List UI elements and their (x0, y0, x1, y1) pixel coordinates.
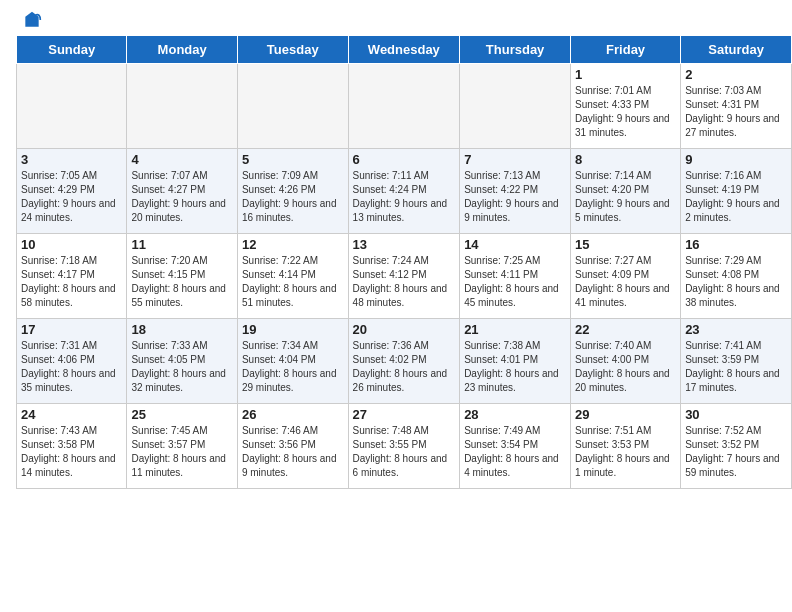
day-header-wednesday: Wednesday (348, 36, 460, 64)
calendar-week-4: 17Sunrise: 7:31 AM Sunset: 4:06 PM Dayli… (17, 319, 792, 404)
page-header (0, 0, 792, 35)
day-info: Sunrise: 7:03 AM Sunset: 4:31 PM Dayligh… (685, 84, 787, 140)
calendar-cell: 27Sunrise: 7:48 AM Sunset: 3:55 PM Dayli… (348, 404, 460, 489)
day-number: 29 (575, 407, 676, 422)
calendar-cell: 17Sunrise: 7:31 AM Sunset: 4:06 PM Dayli… (17, 319, 127, 404)
calendar-cell (237, 64, 348, 149)
day-info: Sunrise: 7:05 AM Sunset: 4:29 PM Dayligh… (21, 169, 122, 225)
day-info: Sunrise: 7:38 AM Sunset: 4:01 PM Dayligh… (464, 339, 566, 395)
day-header-thursday: Thursday (460, 36, 571, 64)
calendar-cell: 22Sunrise: 7:40 AM Sunset: 4:00 PM Dayli… (571, 319, 681, 404)
calendar-cell: 20Sunrise: 7:36 AM Sunset: 4:02 PM Dayli… (348, 319, 460, 404)
day-number: 26 (242, 407, 344, 422)
calendar-week-2: 3Sunrise: 7:05 AM Sunset: 4:29 PM Daylig… (17, 149, 792, 234)
calendar-cell: 18Sunrise: 7:33 AM Sunset: 4:05 PM Dayli… (127, 319, 238, 404)
day-info: Sunrise: 7:33 AM Sunset: 4:05 PM Dayligh… (131, 339, 233, 395)
day-header-friday: Friday (571, 36, 681, 64)
calendar-table: SundayMondayTuesdayWednesdayThursdayFrid… (16, 35, 792, 489)
day-info: Sunrise: 7:41 AM Sunset: 3:59 PM Dayligh… (685, 339, 787, 395)
calendar-cell: 24Sunrise: 7:43 AM Sunset: 3:58 PM Dayli… (17, 404, 127, 489)
calendar-cell: 7Sunrise: 7:13 AM Sunset: 4:22 PM Daylig… (460, 149, 571, 234)
day-number: 12 (242, 237, 344, 252)
day-number: 2 (685, 67, 787, 82)
day-info: Sunrise: 7:18 AM Sunset: 4:17 PM Dayligh… (21, 254, 122, 310)
day-number: 25 (131, 407, 233, 422)
calendar-cell: 28Sunrise: 7:49 AM Sunset: 3:54 PM Dayli… (460, 404, 571, 489)
day-number: 16 (685, 237, 787, 252)
logo-icon (22, 10, 42, 30)
calendar-cell: 10Sunrise: 7:18 AM Sunset: 4:17 PM Dayli… (17, 234, 127, 319)
day-info: Sunrise: 7:09 AM Sunset: 4:26 PM Dayligh… (242, 169, 344, 225)
day-info: Sunrise: 7:24 AM Sunset: 4:12 PM Dayligh… (353, 254, 456, 310)
day-header-tuesday: Tuesday (237, 36, 348, 64)
day-number: 19 (242, 322, 344, 337)
day-number: 23 (685, 322, 787, 337)
day-info: Sunrise: 7:48 AM Sunset: 3:55 PM Dayligh… (353, 424, 456, 480)
calendar-body: 1Sunrise: 7:01 AM Sunset: 4:33 PM Daylig… (17, 64, 792, 489)
day-number: 28 (464, 407, 566, 422)
day-number: 1 (575, 67, 676, 82)
day-info: Sunrise: 7:45 AM Sunset: 3:57 PM Dayligh… (131, 424, 233, 480)
day-number: 10 (21, 237, 122, 252)
day-number: 6 (353, 152, 456, 167)
calendar-cell: 5Sunrise: 7:09 AM Sunset: 4:26 PM Daylig… (237, 149, 348, 234)
calendar-cell (460, 64, 571, 149)
day-number: 9 (685, 152, 787, 167)
day-number: 8 (575, 152, 676, 167)
calendar-cell: 11Sunrise: 7:20 AM Sunset: 4:15 PM Dayli… (127, 234, 238, 319)
day-number: 13 (353, 237, 456, 252)
day-info: Sunrise: 7:46 AM Sunset: 3:56 PM Dayligh… (242, 424, 344, 480)
calendar-cell: 12Sunrise: 7:22 AM Sunset: 4:14 PM Dayli… (237, 234, 348, 319)
day-number: 14 (464, 237, 566, 252)
day-number: 15 (575, 237, 676, 252)
day-header-sunday: Sunday (17, 36, 127, 64)
day-info: Sunrise: 7:34 AM Sunset: 4:04 PM Dayligh… (242, 339, 344, 395)
day-number: 17 (21, 322, 122, 337)
day-number: 24 (21, 407, 122, 422)
calendar-cell: 26Sunrise: 7:46 AM Sunset: 3:56 PM Dayli… (237, 404, 348, 489)
calendar-cell: 8Sunrise: 7:14 AM Sunset: 4:20 PM Daylig… (571, 149, 681, 234)
day-number: 18 (131, 322, 233, 337)
calendar-cell: 13Sunrise: 7:24 AM Sunset: 4:12 PM Dayli… (348, 234, 460, 319)
calendar-cell: 16Sunrise: 7:29 AM Sunset: 4:08 PM Dayli… (681, 234, 792, 319)
day-info: Sunrise: 7:27 AM Sunset: 4:09 PM Dayligh… (575, 254, 676, 310)
calendar-week-5: 24Sunrise: 7:43 AM Sunset: 3:58 PM Dayli… (17, 404, 792, 489)
day-info: Sunrise: 7:07 AM Sunset: 4:27 PM Dayligh… (131, 169, 233, 225)
calendar-cell (17, 64, 127, 149)
calendar-cell: 15Sunrise: 7:27 AM Sunset: 4:09 PM Dayli… (571, 234, 681, 319)
calendar-cell: 2Sunrise: 7:03 AM Sunset: 4:31 PM Daylig… (681, 64, 792, 149)
day-number: 5 (242, 152, 344, 167)
day-info: Sunrise: 7:16 AM Sunset: 4:19 PM Dayligh… (685, 169, 787, 225)
day-number: 20 (353, 322, 456, 337)
calendar-cell: 23Sunrise: 7:41 AM Sunset: 3:59 PM Dayli… (681, 319, 792, 404)
day-header-monday: Monday (127, 36, 238, 64)
day-number: 11 (131, 237, 233, 252)
day-info: Sunrise: 7:25 AM Sunset: 4:11 PM Dayligh… (464, 254, 566, 310)
calendar-cell: 19Sunrise: 7:34 AM Sunset: 4:04 PM Dayli… (237, 319, 348, 404)
day-info: Sunrise: 7:31 AM Sunset: 4:06 PM Dayligh… (21, 339, 122, 395)
calendar-cell: 25Sunrise: 7:45 AM Sunset: 3:57 PM Dayli… (127, 404, 238, 489)
day-info: Sunrise: 7:11 AM Sunset: 4:24 PM Dayligh… (353, 169, 456, 225)
day-info: Sunrise: 7:49 AM Sunset: 3:54 PM Dayligh… (464, 424, 566, 480)
day-info: Sunrise: 7:51 AM Sunset: 3:53 PM Dayligh… (575, 424, 676, 480)
header-row: SundayMondayTuesdayWednesdayThursdayFrid… (17, 36, 792, 64)
day-number: 27 (353, 407, 456, 422)
calendar-cell: 30Sunrise: 7:52 AM Sunset: 3:52 PM Dayli… (681, 404, 792, 489)
logo (20, 10, 42, 30)
day-info: Sunrise: 7:13 AM Sunset: 4:22 PM Dayligh… (464, 169, 566, 225)
calendar-cell: 29Sunrise: 7:51 AM Sunset: 3:53 PM Dayli… (571, 404, 681, 489)
calendar-cell: 9Sunrise: 7:16 AM Sunset: 4:19 PM Daylig… (681, 149, 792, 234)
day-number: 3 (21, 152, 122, 167)
calendar-cell: 14Sunrise: 7:25 AM Sunset: 4:11 PM Dayli… (460, 234, 571, 319)
calendar-cell (348, 64, 460, 149)
day-info: Sunrise: 7:40 AM Sunset: 4:00 PM Dayligh… (575, 339, 676, 395)
day-number: 22 (575, 322, 676, 337)
calendar-cell (127, 64, 238, 149)
calendar-cell: 3Sunrise: 7:05 AM Sunset: 4:29 PM Daylig… (17, 149, 127, 234)
day-info: Sunrise: 7:20 AM Sunset: 4:15 PM Dayligh… (131, 254, 233, 310)
calendar-header: SundayMondayTuesdayWednesdayThursdayFrid… (17, 36, 792, 64)
calendar-cell: 21Sunrise: 7:38 AM Sunset: 4:01 PM Dayli… (460, 319, 571, 404)
day-info: Sunrise: 7:43 AM Sunset: 3:58 PM Dayligh… (21, 424, 122, 480)
day-info: Sunrise: 7:14 AM Sunset: 4:20 PM Dayligh… (575, 169, 676, 225)
calendar-cell: 6Sunrise: 7:11 AM Sunset: 4:24 PM Daylig… (348, 149, 460, 234)
